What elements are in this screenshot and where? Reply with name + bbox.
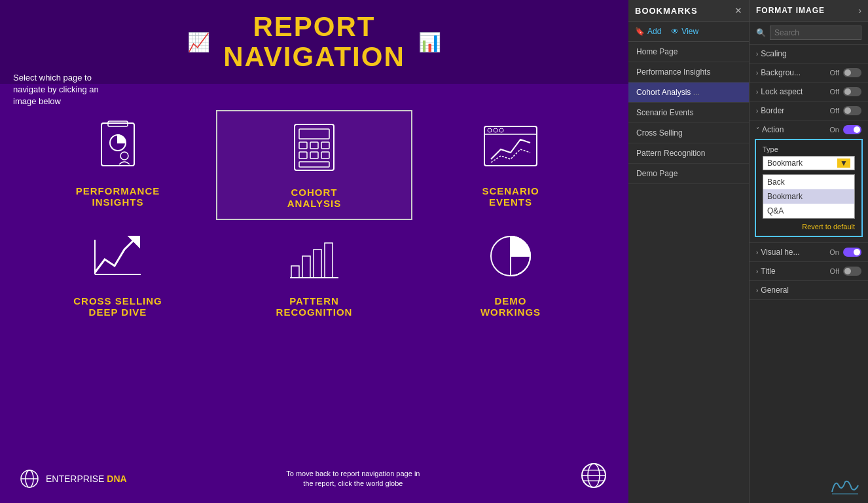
lock-aspect-value: Off xyxy=(830,88,839,96)
cross-selling-icon xyxy=(88,230,147,289)
dropdown-option-back[interactable]: Back xyxy=(763,175,854,189)
format-image-panel: FORMAT IMAGE › 🔍 › Scaling › Backgrou...… xyxy=(750,0,868,503)
bookmarks-actions: 🔖 Add 👁 View xyxy=(628,22,749,42)
svg-point-17 xyxy=(499,128,503,132)
dropdown-option-qa[interactable]: Q&A xyxy=(763,204,854,218)
action-header[interactable]: ˅ Action On xyxy=(750,121,868,139)
border-value: Off xyxy=(830,107,839,115)
format-section-lock-aspect[interactable]: › Lock aspect Off xyxy=(750,83,868,102)
format-section-scaling[interactable]: › Scaling xyxy=(750,45,868,64)
bookmark-item-cohort-analysis[interactable]: Cohort Analysis xyxy=(628,83,749,103)
format-search-input[interactable] xyxy=(770,26,861,40)
dropdown-option-bookmark[interactable]: Bookmark xyxy=(763,189,854,204)
action-expanded-content: Type Bookmark ▼ Back Bookmark Q&A Revert… xyxy=(755,139,863,237)
bookmarks-header: BOOKMARKS ✕ xyxy=(628,0,749,22)
bookmarks-panel: BOOKMARKS ✕ 🔖 Add 👁 View Home Page Perfo… xyxy=(628,0,750,503)
action-label: Action xyxy=(762,125,829,134)
border-toggle[interactable] xyxy=(843,106,861,115)
view-icon: 👁 xyxy=(671,27,679,36)
subtitle-text: Select which page to navigate by clickin… xyxy=(13,72,105,108)
chevron-right-icon: › xyxy=(756,88,758,96)
chevron-right-icon: › xyxy=(756,249,758,256)
scaling-label: Scaling xyxy=(761,49,861,58)
title-value: Off xyxy=(830,267,839,275)
cohort-analysis-icon xyxy=(285,121,344,180)
bookmark-item-pattern-recognition[interactable]: Pattern Recognition xyxy=(628,143,749,164)
visual-header-value: On xyxy=(829,248,839,256)
background-toggle[interactable] xyxy=(843,68,861,77)
nav-label-cohort-analysis: COHORT ANALYSIS xyxy=(287,187,341,209)
nav-item-cohort-analysis[interactable]: COHORT ANALYSIS xyxy=(216,110,412,220)
visual-header-toggle[interactable] xyxy=(843,248,861,257)
header-icon-right: 📊 xyxy=(418,31,441,53)
svg-rect-22 xyxy=(302,256,310,278)
demo-workings-icon xyxy=(481,230,540,289)
chevron-right-icon: › xyxy=(756,50,758,58)
bookmark-item-home-page[interactable]: Home Page xyxy=(628,42,749,62)
header-icon-left: 📈 xyxy=(187,31,210,53)
svg-rect-21 xyxy=(291,266,299,278)
type-label: Type xyxy=(763,145,855,153)
format-search-bar: 🔍 xyxy=(750,22,868,45)
svg-rect-10 xyxy=(310,152,318,158)
bookmarks-add-button[interactable]: 🔖 Add xyxy=(635,27,661,36)
svg-rect-12 xyxy=(299,162,329,167)
general-label: General xyxy=(761,286,861,295)
nav-item-pattern-recognition[interactable]: PATTERN RECOGNITION xyxy=(216,220,412,327)
bookmarks-list: Home Page Performance Insights Cohort An… xyxy=(628,42,749,503)
nav-label-pattern-recognition: PATTERN RECOGNITION xyxy=(276,295,353,318)
nav-item-scenario-events[interactable]: SCENARIO EVENTS xyxy=(412,110,609,220)
scenario-events-icon xyxy=(481,120,540,179)
watermark xyxy=(829,475,861,496)
svg-rect-13 xyxy=(484,126,537,166)
brand-name: ENTERPRISE DNA xyxy=(46,474,127,484)
background-value: Off xyxy=(830,69,839,77)
svg-rect-4 xyxy=(295,124,334,170)
chevron-right-icon: › xyxy=(756,287,758,294)
format-panel-arrow[interactable]: › xyxy=(858,5,861,16)
search-icon: 🔍 xyxy=(756,28,766,37)
svg-point-16 xyxy=(494,128,497,132)
title-toggle[interactable] xyxy=(843,267,861,276)
svg-rect-23 xyxy=(314,250,321,278)
svg-marker-18 xyxy=(129,236,139,247)
lock-aspect-label: Lock aspect xyxy=(761,87,829,96)
chevron-down-icon: ˅ xyxy=(756,126,759,134)
border-label: Border xyxy=(761,106,829,115)
bookmark-item-scenario-events[interactable]: Scenario Events xyxy=(628,103,749,123)
nav-grid: PERFORMANCE INSIGHTS xyxy=(0,90,628,334)
nav-item-cross-selling[interactable]: CROSS SELLING DEEP DIVE xyxy=(20,220,216,327)
right-panel: BOOKMARKS ✕ 🔖 Add 👁 View Home Page Perfo… xyxy=(628,0,868,503)
svg-point-15 xyxy=(488,128,492,132)
type-dropdown[interactable]: Bookmark ▼ xyxy=(763,156,855,170)
bookmarks-close-button[interactable]: ✕ xyxy=(734,5,742,16)
chevron-right-icon: › xyxy=(756,107,758,115)
bookmark-item-performance-insights[interactable]: Performance Insights xyxy=(628,62,749,83)
format-section-background[interactable]: › Backgrou... Off xyxy=(750,64,868,83)
bookmarks-view-button[interactable]: 👁 View xyxy=(671,27,698,36)
background-label: Backgrou... xyxy=(761,68,829,77)
nav-item-performance-insights[interactable]: PERFORMANCE INSIGHTS xyxy=(20,110,216,220)
action-toggle[interactable] xyxy=(843,125,861,134)
world-globe-icon[interactable] xyxy=(579,461,609,496)
footer-nav-text: To move back to report navigation page i… xyxy=(281,469,425,489)
add-icon: 🔖 xyxy=(635,27,645,36)
footer-brand: ENTERPRISE DNA xyxy=(20,469,127,489)
nav-label-cross-selling: CROSS SELLING DEEP DIVE xyxy=(73,295,162,318)
action-value: On xyxy=(829,126,839,134)
chevron-right-icon: › xyxy=(756,268,758,275)
lock-aspect-toggle[interactable] xyxy=(843,87,861,96)
format-section-title[interactable]: › Title Off xyxy=(750,262,868,281)
nav-label-demo-workings: DEMO WORKINGS xyxy=(480,295,541,318)
svg-rect-24 xyxy=(325,243,333,278)
bookmark-item-cross-selling[interactable]: Cross Selling xyxy=(628,123,749,143)
format-section-visual-header[interactable]: › Visual he... On xyxy=(750,243,868,262)
format-section-border[interactable]: › Border Off xyxy=(750,102,868,121)
format-section-general[interactable]: › General xyxy=(750,281,868,300)
revert-to-default-link[interactable]: Revert to default xyxy=(763,223,855,231)
bookmark-item-demo-page[interactable]: Demo Page xyxy=(628,164,749,184)
nav-item-demo-workings[interactable]: DEMO WORKINGS xyxy=(412,220,609,327)
chevron-right-icon: › xyxy=(756,69,758,77)
nav-label-scenario-events: SCENARIO EVENTS xyxy=(482,185,539,208)
svg-rect-7 xyxy=(310,142,318,149)
